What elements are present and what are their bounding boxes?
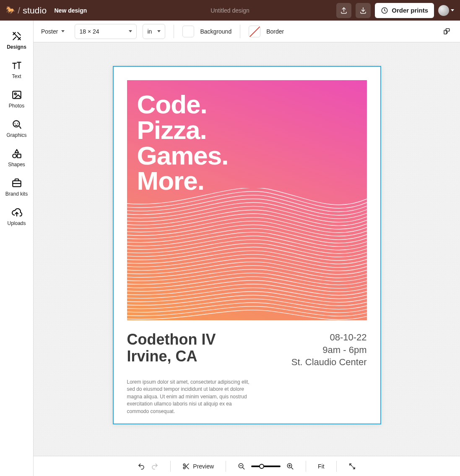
sidebar-item-uploads[interactable]: Uploads	[0, 203, 33, 232]
chevron-down-icon	[129, 30, 132, 32]
sidebar-item-shapes[interactable]: Shapes	[0, 144, 33, 173]
logo-slash: /	[18, 5, 20, 16]
artboard[interactable]: Code. Pizza. Games. More. Codethon IV Ir…	[113, 66, 381, 424]
share-button[interactable]	[336, 3, 351, 18]
preview-button[interactable]: Preview	[182, 463, 214, 470]
separator	[336, 461, 337, 472]
uploads-icon	[11, 207, 22, 218]
sidebar-item-label: Brand kits	[5, 191, 28, 197]
size-select[interactable]: 18 × 24	[75, 24, 137, 39]
zoom-thumb[interactable]	[259, 464, 264, 469]
order-prints-button[interactable]: Order prints	[375, 3, 434, 18]
brandkits-icon	[11, 178, 22, 188]
text-icon	[11, 60, 22, 71]
event-date: 08-10-22	[291, 331, 367, 344]
zoom-slider[interactable]	[251, 466, 281, 467]
unit-select[interactable]: in	[143, 24, 165, 39]
zoom-out-button[interactable]	[238, 463, 245, 470]
preview-label: Preview	[193, 463, 214, 470]
event-city: Irvine, CA	[127, 348, 216, 365]
chevron-down-icon	[61, 30, 65, 32]
svg-rect-5	[17, 154, 21, 158]
chevron-down-icon	[157, 30, 161, 32]
sidebar-item-label: Photos	[9, 103, 24, 109]
canvas-area[interactable]: Code. Pizza. Games. More. Codethon IV Ir…	[34, 42, 460, 476]
fullscreen-button[interactable]	[348, 463, 356, 470]
sidebar-item-graphics[interactable]: Graphics	[0, 115, 33, 144]
sidebar-item-label: Graphics	[6, 132, 26, 138]
product-type-label: Poster	[41, 28, 58, 35]
redo-icon	[151, 463, 159, 470]
separator	[240, 25, 240, 38]
fit-label: Fit	[318, 463, 325, 470]
shapes-icon	[11, 148, 22, 159]
upload-icon	[340, 7, 348, 14]
order-prints-label: Order prints	[392, 7, 428, 14]
sidebar-item-designs[interactable]: Designs	[0, 26, 33, 56]
chevron-down-icon	[451, 9, 454, 11]
separator	[226, 461, 226, 472]
background-color-swatch[interactable]	[182, 26, 194, 37]
sidebar-item-label: Shapes	[8, 162, 25, 167]
options-toolbar: Poster 18 × 24 in Background Border	[34, 21, 460, 42]
sidebar-item-photos[interactable]: Photos	[0, 85, 33, 115]
sidebar-item-label: Uploads	[7, 220, 26, 226]
left-sidebar: Designs Text Photos Graphics Shapes	[0, 21, 34, 476]
sidebar-item-label: Designs	[7, 44, 26, 50]
account-menu[interactable]	[438, 5, 454, 16]
event-venue: St. Claudio Center	[291, 356, 367, 369]
event-time: 9am - 6pm	[291, 344, 367, 356]
fullscreen-icon	[348, 463, 356, 470]
sidebar-item-label: Text	[12, 73, 21, 79]
graphics-icon	[11, 119, 22, 130]
product-type-select[interactable]: Poster	[41, 24, 69, 39]
wave-lines-icon	[127, 188, 367, 320]
poster-body[interactable]: Lorem ipsum dolor sit amet, consectetur …	[114, 369, 265, 415]
svg-point-2	[14, 93, 16, 95]
headline-line: Code.	[137, 92, 367, 118]
zoom-in-button[interactable]	[286, 463, 294, 470]
headline-line: Pizza.	[137, 118, 367, 143]
designs-icon	[11, 31, 22, 42]
svg-rect-1	[13, 91, 21, 98]
new-design-button[interactable]: New design	[55, 7, 87, 14]
download-button[interactable]	[356, 3, 371, 18]
sidebar-item-brandkits[interactable]: Brand kits	[0, 173, 33, 203]
background-label[interactable]: Background	[200, 28, 231, 35]
separator	[170, 461, 171, 472]
bottom-toolbar: Preview Fit	[34, 456, 460, 476]
zoom-in-icon	[286, 463, 294, 470]
zoom-out-icon	[238, 463, 245, 470]
headline-line: Games.	[137, 143, 367, 169]
poster-subheader[interactable]: Codethon IV Irvine, CA 08-10-22 9am - 6p…	[114, 320, 380, 369]
rotate-icon	[443, 28, 450, 35]
poster-hero[interactable]: Code. Pizza. Games. More.	[127, 80, 367, 320]
clock-icon	[381, 7, 388, 14]
rotate-orientation-button[interactable]	[441, 26, 452, 37]
separator	[306, 461, 306, 472]
poster-headline[interactable]: Code. Pizza. Games. More.	[127, 80, 367, 194]
size-label: 18 × 24	[79, 28, 99, 35]
svg-point-4	[13, 154, 16, 158]
separator	[174, 25, 174, 38]
zoom-fit-button[interactable]: Fit	[318, 463, 325, 470]
sidebar-item-text[interactable]: Text	[0, 56, 33, 85]
border-label[interactable]: Border	[266, 28, 284, 35]
svg-point-3	[13, 120, 19, 127]
app-bar: 🐎 / studio New design Untitled design Or…	[0, 0, 460, 21]
photos-icon	[11, 89, 22, 100]
app-logo[interactable]: 🐎 / studio	[6, 5, 47, 16]
avatar-icon	[438, 5, 449, 16]
border-color-swatch[interactable]	[249, 26, 260, 37]
undo-button[interactable]	[138, 463, 145, 470]
logo-word: studio	[23, 5, 47, 16]
download-icon	[359, 7, 367, 14]
undo-icon	[138, 463, 145, 470]
redo-button[interactable]	[151, 463, 159, 470]
horse-icon: 🐎	[6, 6, 15, 14]
scissors-icon	[182, 463, 190, 470]
unit-label: in	[147, 28, 152, 35]
event-title: Codethon IV	[127, 331, 216, 348]
